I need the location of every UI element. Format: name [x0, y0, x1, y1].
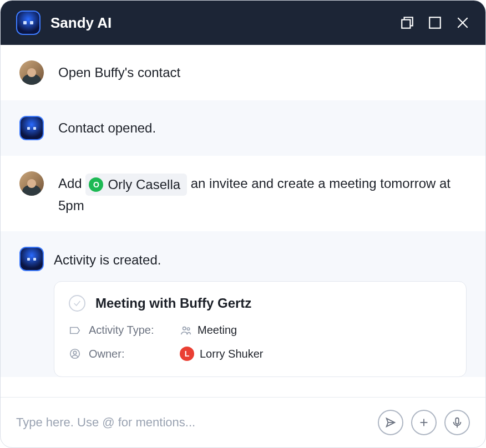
send-button[interactable] [378, 410, 403, 435]
header-title: Sandy AI [50, 14, 390, 32]
plus-icon [418, 416, 430, 429]
field-label: Activity Type: [89, 324, 172, 337]
mention-badge: O [89, 177, 103, 192]
owner-value: Lorry Shuker [200, 348, 264, 360]
message-text: Contact opened. [58, 116, 467, 138]
conversation: Open Buffy's contact Contact opened. Add… [1, 45, 485, 397]
message-row: Contact opened. [1, 100, 485, 156]
activity-type-value: Meeting [198, 324, 237, 337]
svg-point-7 [73, 351, 77, 354]
check-circle-icon[interactable] [69, 295, 85, 312]
field-activity-type: Activity Type: Meeting [69, 324, 452, 337]
composer-input[interactable] [16, 415, 370, 430]
maximize-icon[interactable] [428, 16, 442, 30]
composer [1, 397, 485, 447]
field-value: Meeting [180, 324, 237, 337]
bot-avatar-icon [19, 116, 44, 140]
header: Sandy AI [1, 1, 485, 45]
bot-avatar-icon [19, 247, 44, 271]
card-title: Meeting with Buffy Gertz [95, 296, 251, 311]
restore-window-icon[interactable] [400, 16, 414, 30]
voice-button[interactable] [444, 410, 470, 435]
field-label: Owner: [89, 348, 172, 360]
activity-card[interactable]: Meeting with Buffy Gertz Activity Type: [54, 281, 467, 377]
message-row: Add O Orly Casella an invitee and create… [1, 156, 485, 231]
message-row: Activity is created. Meeting with Buffy … [1, 231, 485, 377]
header-actions [400, 16, 470, 30]
message-row: Open Buffy's contact [1, 45, 485, 100]
svg-point-4 [183, 327, 186, 330]
field-owner: Owner: L Lorry Shuker [69, 347, 452, 361]
message-text: Open Buffy's contact [58, 60, 467, 83]
message-text: Add O Orly Casella an invitee and create… [58, 171, 467, 216]
user-avatar [19, 60, 44, 85]
close-icon[interactable] [455, 16, 470, 30]
tag-icon [69, 324, 81, 337]
mention-name: Orly Casella [108, 175, 180, 195]
message-text-prefix: Add [58, 176, 85, 191]
user-avatar [19, 171, 44, 196]
svg-rect-1 [429, 17, 441, 28]
field-value: L Lorry Shuker [180, 347, 264, 361]
message-text: Activity is created. [54, 247, 161, 270]
mention-chip[interactable]: O Orly Casella [85, 174, 187, 196]
add-button[interactable] [411, 410, 437, 435]
person-icon [69, 348, 81, 360]
svg-rect-0 [402, 20, 410, 28]
bot-avatar-icon [16, 11, 40, 35]
send-icon [384, 416, 397, 429]
people-icon [180, 324, 192, 337]
svg-point-5 [187, 327, 190, 330]
owner-badge: L [180, 347, 194, 361]
microphone-icon [451, 416, 463, 429]
card-title-row: Meeting with Buffy Gertz [69, 295, 452, 312]
chat-panel: Sandy AI Open Buffy's contact Contact op… [0, 0, 486, 448]
svg-rect-12 [455, 418, 459, 424]
